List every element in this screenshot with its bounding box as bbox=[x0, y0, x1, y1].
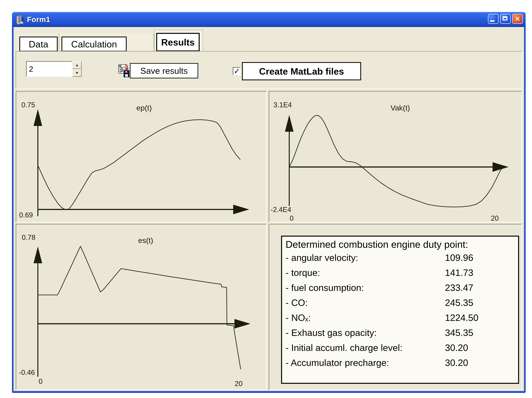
tab-calculation-label[interactable]: Calculation bbox=[62, 37, 127, 52]
result-row-angular-velocity: - angular velocity:109.96 bbox=[282, 250, 518, 265]
tab-results-label[interactable]: Results bbox=[156, 33, 200, 51]
spinner-input[interactable] bbox=[26, 61, 72, 77]
save-results-button[interactable]: Save results bbox=[118, 63, 198, 78]
svg-text:0.75: 0.75 bbox=[21, 101, 35, 109]
es-chart: es(t)0.78-0.46020 bbox=[16, 224, 266, 390]
spinner: ▲ ▼ bbox=[72, 61, 82, 77]
minimize-icon bbox=[490, 20, 494, 22]
app-window: Form1 ✕ Data Calculation Results ▲ ▼ bbox=[12, 12, 526, 393]
window-title: Form1 bbox=[27, 15, 50, 24]
check-icon: ✓ bbox=[234, 67, 240, 75]
tab-calculation[interactable]: Calculation bbox=[59, 33, 154, 52]
save-icon bbox=[118, 63, 130, 78]
tab-data-label[interactable]: Data bbox=[19, 37, 58, 52]
matlab-option: ✓ Create MatLab files bbox=[233, 62, 361, 80]
matlab-label[interactable]: Create MatLab files bbox=[242, 62, 361, 80]
results-box: Determined combustion engine duty point:… bbox=[281, 236, 519, 384]
svg-text:-2.4E4: -2.4E4 bbox=[271, 206, 291, 213]
es-chart-panel: es(t)0.78-0.46020 bbox=[16, 224, 266, 390]
maximize-button[interactable] bbox=[500, 14, 511, 24]
result-row-exhaust-gas-opacity: - Exhaust gas opacity:345.35 bbox=[282, 325, 518, 340]
result-row-co: - CO:245.35 bbox=[282, 295, 518, 310]
svg-text:20: 20 bbox=[491, 214, 499, 222]
svg-text:es(t): es(t) bbox=[138, 236, 153, 245]
result-row-torque: - torque:141.73 bbox=[282, 265, 518, 280]
svg-text:0.69: 0.69 bbox=[19, 211, 33, 219]
svg-text:Vak(t): Vak(t) bbox=[391, 104, 410, 112]
matlab-checkbox[interactable]: ✓ bbox=[233, 67, 241, 75]
svg-text:0: 0 bbox=[38, 221, 42, 222]
app-icon bbox=[15, 14, 25, 25]
svg-text:20: 20 bbox=[234, 221, 242, 222]
spinner-up-button[interactable]: ▲ bbox=[72, 61, 82, 69]
spinner-down-button[interactable]: ▼ bbox=[72, 69, 82, 77]
titlebar[interactable]: Form1 ✕ bbox=[12, 12, 526, 27]
toolbar-panel: ▲ ▼ bbox=[16, 51, 522, 89]
svg-text:20: 20 bbox=[235, 380, 243, 387]
maximize-icon bbox=[503, 16, 507, 20]
results-panel: Determined combustion engine duty point:… bbox=[269, 224, 522, 390]
svg-text:-0.46: -0.46 bbox=[19, 368, 35, 376]
vak-chart-panel: Vak(t)3.1E4-2.4E4020 bbox=[269, 91, 522, 223]
vak-chart: Vak(t)3.1E4-2.4E4020 bbox=[269, 92, 521, 222]
tab-data[interactable]: Data bbox=[17, 33, 59, 52]
arrow-down-icon: ▼ bbox=[75, 71, 79, 75]
client-area: Data Calculation Results ▲ ▼ bbox=[13, 27, 524, 391]
save-label[interactable]: Save results bbox=[130, 63, 198, 78]
minimize-button[interactable] bbox=[488, 14, 499, 24]
close-button[interactable]: ✕ bbox=[512, 14, 523, 24]
result-row-fuel-consumption: - fuel consumption:233.47 bbox=[282, 280, 518, 295]
result-row-initial-accuml-charge-level: - Initial accuml. charge level:30.20 bbox=[282, 340, 518, 355]
arrow-up-icon: ▲ bbox=[75, 63, 79, 67]
close-icon: ✕ bbox=[513, 14, 522, 23]
svg-text:0: 0 bbox=[39, 377, 43, 385]
svg-text:0.78: 0.78 bbox=[22, 233, 35, 241]
results-title: Determined combustion engine duty point: bbox=[282, 236, 518, 250]
ep-chart-panel: ep(t)0.750.69020 bbox=[16, 91, 266, 223]
result-row-nox: - NOₓ:1224.50 bbox=[282, 310, 518, 325]
ep-chart: ep(t)0.750.69020 bbox=[16, 92, 266, 222]
svg-text:0: 0 bbox=[290, 214, 294, 222]
result-row-accumulator-precharge: - Accumulator precharge:30.20 bbox=[282, 355, 518, 370]
svg-text:3.1E4: 3.1E4 bbox=[273, 101, 292, 109]
svg-text:ep(t): ep(t) bbox=[136, 104, 152, 112]
